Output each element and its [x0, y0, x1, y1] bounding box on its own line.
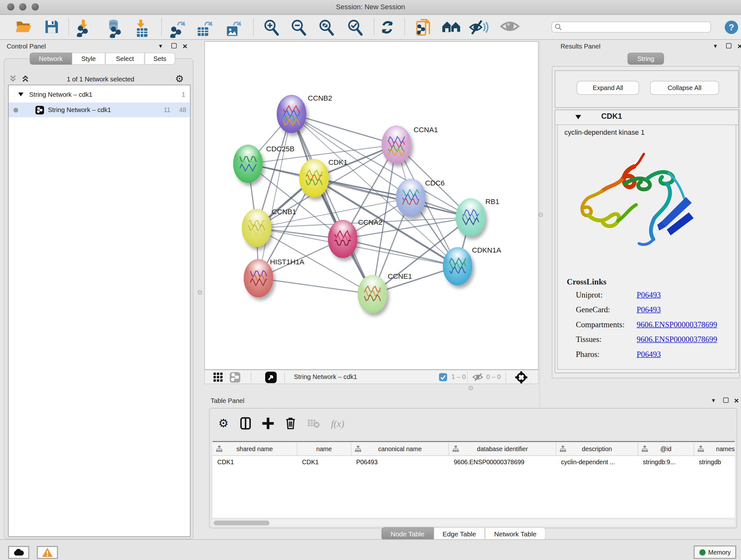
- network-canvas[interactable]: CCNB2CCNA1CDC25BCDK1CDC6RB1CCNB1CCNA2CDK…: [205, 41, 539, 370]
- network-node-cdk1[interactable]: [299, 159, 329, 197]
- maximize-panel-icon[interactable]: [724, 397, 729, 404]
- close-panel-icon[interactable]: ✕: [737, 43, 741, 50]
- network-node-ccna2[interactable]: [328, 220, 358, 258]
- tab-select[interactable]: Select: [105, 53, 145, 65]
- tab-edge-table[interactable]: Edge Table: [433, 527, 485, 541]
- table-row[interactable]: CDK1CDK1P064939606.ENSP00000378699cyclin…: [212, 456, 735, 469]
- share-network-icon[interactable]: [230, 372, 240, 383]
- network-node-ccne1[interactable]: [358, 275, 387, 313]
- collapse-entry-icon[interactable]: [576, 115, 581, 120]
- network-node-cdc25b[interactable]: [233, 145, 263, 183]
- refresh-icon[interactable]: [379, 19, 396, 36]
- cloud-button[interactable]: [8, 546, 29, 559]
- column-header-canonicalname[interactable]: canonical name: [351, 442, 449, 455]
- table-cell[interactable]: P06493: [351, 456, 449, 469]
- zoom-fit-icon[interactable]: [318, 19, 335, 37]
- float-panel-icon[interactable]: ▼: [713, 43, 718, 49]
- tab-sets[interactable]: Sets: [145, 53, 175, 65]
- column-header-name[interactable]: name: [297, 442, 352, 455]
- entry-header[interactable]: CDK1: [555, 110, 738, 125]
- network-edge[interactable]: [343, 239, 458, 266]
- eye-icon[interactable]: [499, 19, 521, 34]
- column-header-description[interactable]: description: [556, 442, 638, 455]
- open-session-icon[interactable]: [15, 19, 33, 35]
- gear-icon[interactable]: ⚙: [175, 73, 184, 84]
- table-cell[interactable]: stringdb:9...: [638, 456, 694, 469]
- crosslink-link[interactable]: P06493: [636, 290, 661, 300]
- table-cell[interactable]: stringdb: [694, 456, 735, 469]
- search-input[interactable]: [564, 23, 711, 31]
- column-header-namespace[interactable]: namespace: [694, 442, 735, 455]
- maximize-panel-icon[interactable]: [726, 43, 732, 50]
- memory-button[interactable]: Memory: [694, 546, 737, 559]
- network-node-hist1h1a[interactable]: [244, 259, 273, 298]
- float-panel-icon[interactable]: ▼: [711, 397, 716, 403]
- expand-all-button[interactable]: Expand All: [577, 81, 639, 95]
- tab-network-table[interactable]: Network Table: [485, 527, 546, 541]
- import-network-database-icon[interactable]: [105, 19, 125, 38]
- show-columns-icon[interactable]: [240, 417, 251, 430]
- network-node-rb1[interactable]: [456, 198, 485, 237]
- network-row-selected[interactable]: String Network – cdk1 11 48: [9, 103, 190, 118]
- network-edge[interactable]: [259, 278, 373, 294]
- horizontal-scrollbar[interactable]: [212, 520, 735, 526]
- tab-network[interactable]: Network: [30, 53, 72, 65]
- delete-column-icon[interactable]: [285, 417, 295, 430]
- grid-view-icon[interactable]: [213, 373, 223, 382]
- crosslink-link[interactable]: P06493: [636, 305, 661, 314]
- export-table-icon[interactable]: [196, 19, 214, 38]
- label-visibility-icon[interactable]: [469, 19, 490, 36]
- expand-all-icon[interactable]: [21, 74, 30, 83]
- clone-network-icon[interactable]: [415, 19, 432, 38]
- network-node-ccna1[interactable]: [382, 125, 411, 164]
- crosslink-link[interactable]: P06493: [636, 350, 661, 359]
- collapse-all-icon[interactable]: [9, 74, 17, 83]
- table-cell[interactable]: 9606.ENSP00000378699: [449, 456, 556, 469]
- column-header-sharedname[interactable]: shared name: [212, 442, 297, 455]
- close-panel-icon[interactable]: ✕: [183, 43, 188, 50]
- network-collection-row[interactable]: String Network – cdk1 1: [9, 87, 190, 102]
- crosslink-link[interactable]: 9606.ENSP00000378699: [636, 335, 717, 344]
- tab-string[interactable]: String: [628, 53, 664, 65]
- column-header-id[interactable]: @id: [638, 442, 694, 455]
- navigate-crosshair-icon[interactable]: [515, 371, 528, 384]
- collapse-all-button[interactable]: Collapse All: [650, 81, 719, 95]
- column-header-databaseidentifier[interactable]: database identifier: [449, 442, 556, 455]
- zoom-selected-icon[interactable]: [346, 19, 363, 37]
- splitter-handle[interactable]: [469, 386, 473, 390]
- network-node-ccnb1[interactable]: [242, 209, 272, 247]
- tab-style[interactable]: Style: [72, 53, 105, 65]
- string-home-icon[interactable]: [441, 19, 461, 35]
- birds-eye-view-icon[interactable]: [265, 372, 277, 383]
- network-node-ccnb2[interactable]: [277, 95, 307, 133]
- table-cell[interactable]: CDK1: [212, 456, 297, 469]
- zoom-out-icon[interactable]: [290, 19, 307, 37]
- network-edge[interactable]: [314, 178, 471, 217]
- close-panel-icon[interactable]: ✕: [734, 397, 739, 405]
- selected-checkbox-icon[interactable]: [439, 373, 448, 381]
- tree-expander-icon[interactable]: [18, 92, 23, 97]
- add-column-icon[interactable]: [262, 418, 273, 429]
- network-edge[interactable]: [292, 114, 373, 294]
- network-node-cdkn1a[interactable]: [443, 247, 473, 286]
- scrollbar-thumb[interactable]: [213, 520, 270, 525]
- tab-node-table[interactable]: Node Table: [382, 527, 434, 541]
- save-session-icon[interactable]: [44, 19, 60, 35]
- warning-button[interactable]: [37, 546, 58, 559]
- table-gear-icon[interactable]: ⚙: [218, 418, 228, 429]
- import-network-file-icon[interactable]: [75, 19, 92, 37]
- export-network-icon[interactable]: [170, 19, 188, 38]
- import-table-icon[interactable]: [134, 19, 150, 38]
- network-edge[interactable]: [292, 114, 397, 145]
- table-cell[interactable]: CDK1: [297, 456, 352, 469]
- network-edge[interactable]: [259, 114, 292, 278]
- float-panel-icon[interactable]: ▼: [158, 43, 163, 49]
- maximize-panel-icon[interactable]: [172, 43, 177, 50]
- zoom-in-icon[interactable]: [262, 19, 280, 37]
- help-icon[interactable]: ?: [724, 20, 739, 35]
- export-image-icon[interactable]: [225, 19, 243, 38]
- crosslink-link[interactable]: 9606.ENSP00000378699: [636, 320, 717, 329]
- network-node-cdc6[interactable]: [396, 179, 426, 217]
- table-cell[interactable]: cyclin-dependent ...: [556, 456, 638, 469]
- splitter-handle[interactable]: [198, 290, 202, 295]
